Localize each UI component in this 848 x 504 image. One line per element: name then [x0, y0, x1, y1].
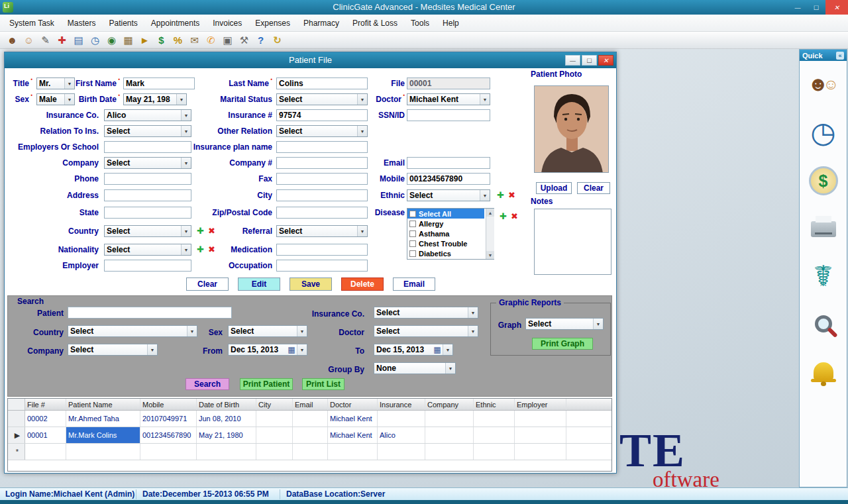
- print-graph-button[interactable]: Print Graph: [532, 338, 593, 350]
- grid-cell[interactable]: [256, 427, 293, 443]
- help-icon[interactable]: ?: [252, 33, 269, 48]
- email-field[interactable]: [407, 157, 490, 169]
- menu-profit-loss[interactable]: Profit & Loss: [346, 16, 404, 30]
- search-country-select[interactable]: Select: [68, 325, 197, 337]
- employer-field[interactable]: [104, 260, 191, 272]
- grid-cell[interactable]: 00002: [25, 411, 66, 427]
- insurance-co-select[interactable]: Alico: [104, 109, 191, 121]
- mail-icon[interactable]: ✉: [186, 33, 203, 48]
- window-maximize-button[interactable]: [582, 55, 597, 66]
- checkbox-icon[interactable]: [409, 211, 416, 217]
- dropdown-arrow-icon[interactable]: [593, 319, 603, 329]
- scroll-down-icon[interactable]: ▼: [486, 251, 494, 259]
- reminder-quick-icon[interactable]: [800, 351, 847, 391]
- ssn-field[interactable]: [407, 109, 490, 121]
- menu-pharmacy[interactable]: Pharmacy: [297, 16, 346, 30]
- grid-column-company[interactable]: Company: [425, 399, 474, 410]
- window-minimize-button[interactable]: [565, 55, 580, 66]
- notes-field[interactable]: [534, 209, 611, 275]
- dropdown-arrow-icon[interactable]: [445, 363, 455, 374]
- birth-date-picker[interactable]: May 21, 198: [123, 93, 187, 105]
- search-insurance-select[interactable]: Select: [374, 307, 478, 319]
- insurance-plan-field[interactable]: [276, 141, 368, 153]
- clear-button[interactable]: Clear: [186, 277, 229, 291]
- send-icon[interactable]: ►: [136, 33, 153, 48]
- print-patient-button[interactable]: Print Patient: [240, 378, 293, 390]
- appointments-quick-icon[interactable]: ◷: [800, 113, 847, 152]
- grid-cell[interactable]: [474, 444, 515, 460]
- search-doctor-select[interactable]: Select: [374, 325, 478, 337]
- disease-item-select-all[interactable]: Select All: [407, 209, 484, 219]
- tools-icon[interactable]: ⚒: [236, 33, 252, 48]
- dropdown-arrow-icon[interactable]: [181, 126, 191, 136]
- grid-cell[interactable]: [515, 427, 566, 443]
- dropdown-arrow-icon[interactable]: [443, 344, 452, 355]
- dropdown-arrow-icon[interactable]: [357, 94, 367, 105]
- quick-panel-toggle-icon[interactable]: «: [836, 52, 844, 60]
- grid-cell[interactable]: [328, 444, 378, 460]
- fax-field[interactable]: [276, 173, 368, 185]
- mobile-field[interactable]: 001234567890: [407, 173, 490, 185]
- checkbox-icon[interactable]: [409, 240, 416, 247]
- exit-icon[interactable]: ↻: [269, 33, 286, 48]
- dropdown-arrow-icon[interactable]: [64, 78, 74, 89]
- dropdown-arrow-icon[interactable]: [64, 94, 74, 105]
- chat-icon[interactable]: ✆: [203, 33, 219, 48]
- grid-column-doctor[interactable]: Doctor: [328, 399, 378, 410]
- grid-cell[interactable]: May 21, 1980: [197, 427, 256, 443]
- marital-status-select[interactable]: Select: [276, 93, 368, 105]
- grid-cell[interactable]: [515, 444, 566, 460]
- grid-cell[interactable]: [293, 427, 328, 443]
- grid-cell[interactable]: Jun 08, 2010: [197, 411, 256, 427]
- grid-column-email[interactable]: Email: [293, 399, 328, 410]
- quick-panel-header[interactable]: Quick «: [800, 50, 847, 61]
- grid-cell[interactable]: [378, 444, 425, 460]
- disease-scrollbar[interactable]: ▲▼: [486, 209, 494, 259]
- dropdown-arrow-icon[interactable]: [181, 110, 191, 121]
- vaccine-icon[interactable]: ✚: [54, 33, 70, 48]
- grid-cell[interactable]: [425, 444, 474, 460]
- search-sex-select[interactable]: Select: [228, 325, 307, 337]
- menu-tools[interactable]: Tools: [404, 16, 436, 30]
- row-selector[interactable]: *: [8, 444, 25, 460]
- table-row[interactable]: ▶00001Mr.Mark Colins001234567890May 21, …: [8, 427, 611, 444]
- graph-select[interactable]: Select: [525, 318, 604, 330]
- grid-cell[interactable]: Michael Kent: [328, 411, 378, 427]
- upload-photo-button[interactable]: Upload: [536, 182, 572, 194]
- search-quick-icon[interactable]: [800, 304, 847, 344]
- grid-cell[interactable]: Mr.Mark Colins: [66, 427, 140, 443]
- grid-column-mobile[interactable]: Mobile: [140, 399, 197, 410]
- disease-item-diabetics[interactable]: Diabetics: [407, 248, 484, 258]
- table-row[interactable]: *: [8, 444, 611, 460]
- occupation-field[interactable]: [276, 260, 368, 272]
- dropdown-arrow-icon[interactable]: [468, 307, 478, 318]
- phone-field[interactable]: [104, 173, 191, 185]
- grid-cell[interactable]: Alico: [378, 427, 425, 443]
- grid-cell[interactable]: [425, 427, 474, 443]
- checkbox-icon[interactable]: [409, 250, 416, 257]
- grid-cell[interactable]: [474, 411, 515, 427]
- reports-quick-icon[interactable]: [800, 209, 847, 249]
- employers-or-school-field[interactable]: [104, 141, 191, 153]
- edit-icon[interactable]: ✎: [37, 33, 54, 48]
- disease-listbox[interactable]: Select AllAllergyAsthamaChest TroubleDia…: [407, 208, 494, 260]
- address-field[interactable]: [104, 189, 191, 201]
- city-field[interactable]: [276, 189, 368, 201]
- grid-cell[interactable]: [25, 444, 66, 460]
- sex-select[interactable]: Male: [36, 93, 75, 105]
- menu-invoices[interactable]: Invoices: [206, 16, 248, 30]
- ethnic-select[interactable]: Select: [407, 189, 490, 201]
- print-icon[interactable]: ▣: [219, 33, 236, 48]
- checkbox-icon[interactable]: [409, 230, 416, 237]
- pharmacy-quick-icon[interactable]: ☤: [800, 256, 847, 296]
- group-by-select[interactable]: None: [374, 362, 456, 374]
- insurance-number-field[interactable]: 97574: [276, 109, 368, 121]
- grid-cell[interactable]: [293, 444, 328, 460]
- grid-cell[interactable]: [378, 411, 425, 427]
- app-maximize-button[interactable]: [807, 0, 825, 15]
- grid-column-employer[interactable]: Employer: [515, 399, 566, 410]
- dropdown-arrow-icon[interactable]: [357, 126, 367, 136]
- add-patient-icon[interactable]: ☺: [21, 33, 37, 48]
- medication-field[interactable]: [276, 244, 368, 256]
- scroll-up-icon[interactable]: ▲: [486, 209, 494, 217]
